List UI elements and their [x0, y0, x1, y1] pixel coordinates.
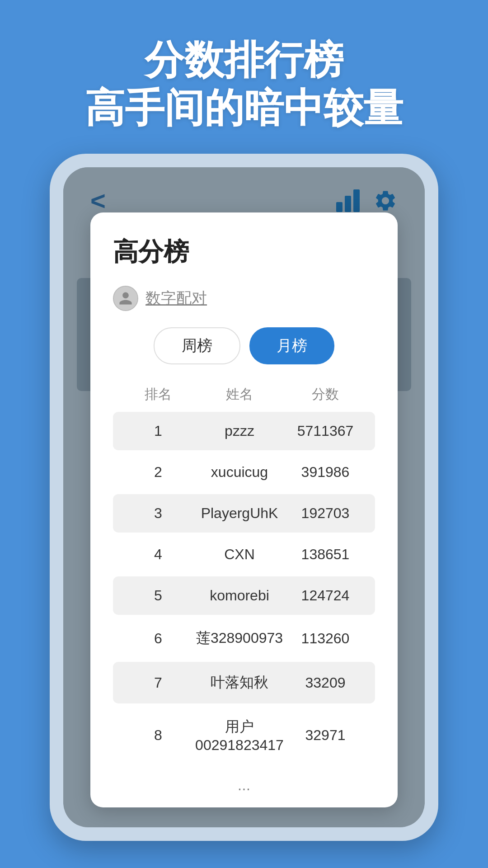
score-cell: 138651 [285, 546, 366, 563]
score-cell: 5711367 [285, 423, 366, 439]
table-row: 7 叶落知秋 33209 [113, 662, 375, 703]
header-score: 分数 [285, 385, 366, 404]
tab-weekly[interactable]: 周榜 [154, 327, 240, 364]
table-row: 1 pzzz 5711367 [113, 412, 375, 450]
score-cell: 391986 [285, 464, 366, 481]
rank-cell: 7 [122, 673, 194, 693]
score-cell: 113260 [285, 628, 366, 648]
header-name: 姓名 [194, 385, 285, 404]
table-row: 8 用户00291823417 32971 [113, 706, 375, 764]
name-cell: 莲328900973 [194, 628, 285, 648]
leaderboard-modal: 高分榜 数字配对 周榜 月榜 排名 姓名 [90, 212, 398, 807]
rank-cell: 5 [122, 587, 194, 604]
game-name-link[interactable]: 数字配对 [145, 288, 207, 309]
rank-cell: 2 [122, 464, 194, 481]
hero-title-line2: 高手间的暗中较量 [0, 84, 488, 132]
close-row: ... [113, 767, 375, 794]
rank-cell: 8 [122, 717, 194, 754]
table-row: 5 komorebi 124724 [113, 576, 375, 615]
table-row: 6 莲328900973 113260 [113, 618, 375, 659]
name-cell: pzzz [194, 423, 285, 439]
modal-overlay: 高分榜 数字配对 周榜 月榜 排名 姓名 [63, 167, 425, 827]
hero-title-line1: 分数排行榜 [0, 36, 488, 84]
name-cell: 用户00291823417 [194, 717, 285, 754]
tab-row: 周榜 月榜 [113, 327, 375, 364]
ellipsis: ... [238, 776, 250, 793]
modal-title: 高分榜 [113, 235, 375, 269]
phone-screen: < 阶段 1 🏆 0 最高分 [63, 167, 425, 827]
table-header: 排名 姓名 分数 [113, 381, 375, 408]
score-cell: 32971 [285, 717, 366, 754]
name-cell: xucuicug [194, 464, 285, 481]
rank-cell: 6 [122, 628, 194, 648]
score-cell: 192703 [285, 505, 366, 522]
header-rank: 排名 [122, 385, 194, 404]
name-cell: PlayergUhK [194, 505, 285, 522]
hero-section: 分数排行榜 高手间的暗中较量 [0, 0, 488, 132]
table-row: 3 PlayergUhK 192703 [113, 494, 375, 533]
name-cell: komorebi [194, 587, 285, 604]
rank-cell: 4 [122, 546, 194, 563]
rank-cell: 1 [122, 423, 194, 439]
leaderboard-rows: 1 pzzz 5711367 2 xucuicug 391986 3 Playe… [113, 412, 375, 764]
tab-monthly[interactable]: 月榜 [249, 327, 334, 364]
game-name-row: 数字配对 [113, 286, 375, 311]
table-row: 4 CXN 138651 [113, 535, 375, 574]
avatar-icon [113, 286, 138, 311]
score-cell: 124724 [285, 587, 366, 604]
name-cell: CXN [194, 546, 285, 563]
table-row: 2 xucuicug 391986 [113, 453, 375, 491]
name-cell: 叶落知秋 [194, 673, 285, 693]
phone-mockup: < 阶段 1 🏆 0 最高分 [50, 154, 438, 841]
score-cell: 33209 [285, 673, 366, 693]
rank-cell: 3 [122, 505, 194, 522]
